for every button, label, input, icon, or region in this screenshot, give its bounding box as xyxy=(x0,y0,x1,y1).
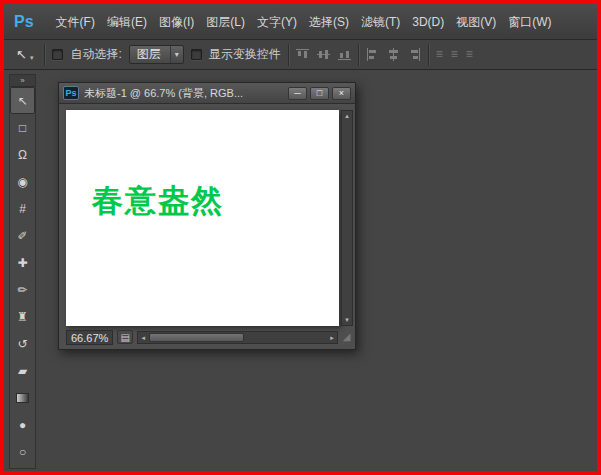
scroll-left-arrow-icon[interactable]: ◂ xyxy=(138,332,148,343)
distribute-right-icon[interactable]: ≡ xyxy=(466,48,473,61)
scroll-down-arrow-icon[interactable]: ▾ xyxy=(342,315,352,325)
quick-selection-tool-icon: ◉ xyxy=(17,175,27,189)
show-transform-controls-label: 显示变换控件 xyxy=(209,46,281,63)
marquee-tool-icon: □ xyxy=(19,121,26,135)
document-title: 未标题-1 @ 66.7% (背景, RGB... xyxy=(84,86,243,101)
horizontal-scroll-thumb[interactable] xyxy=(149,333,244,342)
brush-tool[interactable]: ✏ xyxy=(10,276,35,303)
healing-brush-tool-icon: ✚ xyxy=(17,256,27,270)
crop-tool-icon: # xyxy=(19,202,26,216)
menu-type[interactable]: 文字(Y) xyxy=(251,4,303,40)
menu-select[interactable]: 选择(S) xyxy=(303,4,355,40)
history-brush-tool-icon: ↺ xyxy=(17,337,27,351)
dodge-tool[interactable]: ○ xyxy=(10,438,35,465)
show-transform-controls-checkbox[interactable] xyxy=(191,49,202,60)
crop-tool[interactable]: # xyxy=(10,195,35,222)
move-tool-icon: ↖ xyxy=(17,94,27,108)
align-horizontal-center-icon[interactable] xyxy=(387,48,400,61)
document-statusbar: 66.67% ▤ ◂ ▸ xyxy=(66,329,338,345)
menu-filter[interactable]: 滤镜(T) xyxy=(355,4,406,40)
align-edges-group xyxy=(296,48,351,61)
horizontal-scrollbar[interactable]: ◂ ▸ xyxy=(137,331,338,344)
eyedropper-tool-icon: ✐ xyxy=(17,229,27,243)
align-centers-group xyxy=(366,48,421,61)
gradient-tool-icon xyxy=(16,393,29,403)
separator xyxy=(288,44,289,66)
gradient-tool[interactable] xyxy=(10,384,35,411)
distribute-left-icon[interactable]: ≡ xyxy=(436,48,443,61)
document-window: Ps 未标题-1 @ 66.7% (背景, RGB... ─ □ × 春意盎然 … xyxy=(58,82,356,350)
eraser-tool[interactable]: ▰ xyxy=(10,357,35,384)
healing-brush-tool[interactable]: ✚ xyxy=(10,249,35,276)
photoshop-window: Ps 文件(F) 编辑(E) 图像(I) 图层(L) 文字(Y) 选择(S) 滤… xyxy=(0,0,601,475)
menu-file[interactable]: 文件(F) xyxy=(50,4,101,40)
eraser-tool-icon: ▰ xyxy=(18,364,27,378)
chevron-down-icon: ▾ xyxy=(30,54,34,62)
close-button[interactable]: × xyxy=(332,87,351,100)
eyedropper-tool[interactable]: ✐ xyxy=(10,222,35,249)
dodge-tool-icon: ○ xyxy=(19,445,26,459)
clone-stamp-tool[interactable]: ♜ xyxy=(10,303,35,330)
chevron-down-icon: ▾ xyxy=(170,46,183,63)
move-tool[interactable]: ↖ xyxy=(10,87,35,114)
window-controls: ─ □ × xyxy=(288,87,351,100)
menu-3d[interactable]: 3D(D) xyxy=(406,4,450,40)
lasso-tool-icon: Ω xyxy=(18,148,27,162)
auto-select-target-dropdown[interactable]: 图层 ▾ xyxy=(129,45,184,64)
vertical-scrollbar[interactable]: ▴ ▾ xyxy=(341,110,353,326)
align-left-icon[interactable] xyxy=(366,48,379,61)
photoshop-logo: Ps xyxy=(14,13,34,31)
scroll-up-arrow-icon[interactable]: ▴ xyxy=(342,111,352,121)
dropdown-value: 图层 xyxy=(137,46,161,63)
distribute-center-icon[interactable]: ≡ xyxy=(451,48,458,61)
tools-panel: » ↖ □ Ω ◉ # ✐ ✚ ✏ ♜ ↺ ▰ ● ○ xyxy=(9,74,36,469)
align-vertical-center-icon[interactable] xyxy=(317,48,330,61)
lasso-tool[interactable]: Ω xyxy=(10,141,35,168)
tool-options-bar: ↖ ▾ 自动选择: 图层 ▾ 显示变换控件 ≡ ≡ ≡ xyxy=(4,40,597,70)
blur-tool-icon: ● xyxy=(19,418,26,432)
zoom-level-field[interactable]: 66.67% xyxy=(66,330,113,345)
separator xyxy=(44,44,45,66)
move-tool-icon: ↖ xyxy=(16,47,27,62)
quick-selection-tool[interactable]: ◉ xyxy=(10,168,35,195)
menu-window[interactable]: 窗口(W) xyxy=(502,4,557,40)
menu-bar: Ps 文件(F) 编辑(E) 图像(I) 图层(L) 文字(Y) 选择(S) 滤… xyxy=(4,4,597,40)
minimize-button[interactable]: ─ xyxy=(288,87,307,100)
document-ps-badge-icon: Ps xyxy=(63,86,79,100)
document-canvas[interactable]: 春意盎然 xyxy=(66,110,339,326)
menu-edit[interactable]: 编辑(E) xyxy=(101,4,153,40)
menu-layer[interactable]: 图层(L) xyxy=(200,4,251,40)
window-resize-grip[interactable]: ◢ xyxy=(340,329,353,345)
scroll-right-arrow-icon[interactable]: ▸ xyxy=(327,332,337,343)
separator xyxy=(428,44,429,66)
align-bottom-icon[interactable] xyxy=(338,48,351,61)
menu-image[interactable]: 图像(I) xyxy=(153,4,200,40)
maximize-button[interactable]: □ xyxy=(310,87,329,100)
align-top-icon[interactable] xyxy=(296,48,309,61)
history-brush-tool[interactable]: ↺ xyxy=(10,330,35,357)
menu-view[interactable]: 视图(V) xyxy=(450,4,502,40)
tool-preset-picker[interactable]: ↖ ▾ xyxy=(12,45,37,64)
distribute-group: ≡ ≡ ≡ xyxy=(436,48,473,61)
canvas-text: 春意盎然 xyxy=(92,180,224,222)
rectangular-marquee-tool[interactable]: □ xyxy=(10,114,35,141)
separator xyxy=(358,44,359,66)
brush-tool-icon: ✏ xyxy=(17,283,27,297)
auto-select-checkbox[interactable] xyxy=(52,49,63,60)
document-titlebar[interactable]: Ps 未标题-1 @ 66.7% (背景, RGB... ─ □ × xyxy=(59,83,355,104)
align-right-icon[interactable] xyxy=(408,48,421,61)
panel-collapse-button[interactable]: » xyxy=(10,75,35,87)
auto-select-label: 自动选择: xyxy=(70,46,121,63)
document-status-icon[interactable]: ▤ xyxy=(117,330,133,344)
blur-tool[interactable]: ● xyxy=(10,411,35,438)
clone-stamp-tool-icon: ♜ xyxy=(17,310,28,324)
